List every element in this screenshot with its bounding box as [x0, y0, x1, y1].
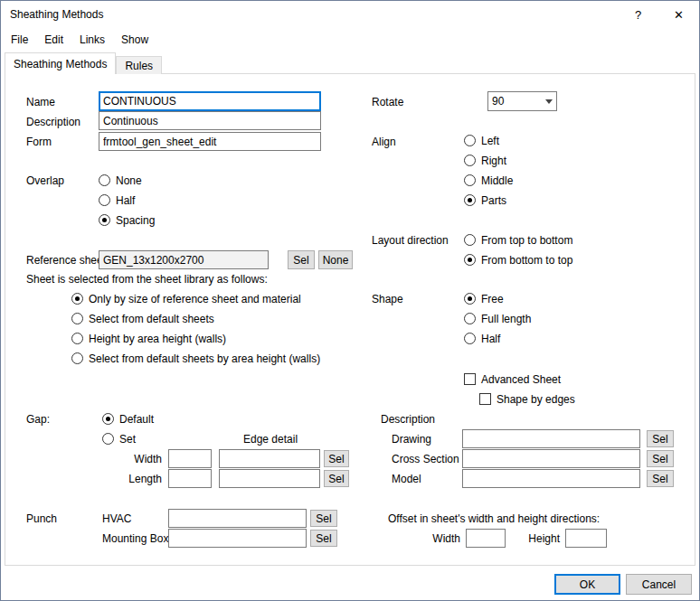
radio-label: Height by area height (walls)	[89, 333, 226, 345]
mounting-box-sel-button[interactable]: Sel	[310, 530, 337, 547]
radio-align-right[interactable]: Right	[464, 154, 506, 167]
hvac-input[interactable]	[168, 509, 307, 528]
reference-sheet-none-button[interactable]: None	[318, 250, 353, 269]
model-input[interactable]	[462, 469, 640, 488]
radio-label: Only by size of reference sheet and mate…	[89, 293, 301, 305]
model-label: Model	[392, 473, 421, 485]
cross-section-sel-button[interactable]: Sel	[647, 450, 674, 467]
cross-section-label: Cross Section	[392, 453, 459, 465]
checkbox-icon	[479, 393, 491, 405]
radio-library-reference-size[interactable]: Only by size of reference sheet and mate…	[71, 292, 301, 305]
description-label: Description	[26, 116, 80, 128]
radio-icon	[464, 234, 476, 246]
radio-icon	[464, 254, 476, 266]
radio-shape-free[interactable]: Free	[464, 292, 504, 305]
window-title: Sheathing Methods	[10, 8, 103, 21]
radio-library-default-sheets[interactable]: Select from default sheets	[71, 312, 214, 325]
radio-icon	[102, 433, 114, 445]
radio-library-default-by-area-height[interactable]: Select from default sheets by area heigh…	[71, 352, 320, 365]
description-group-label: Description	[381, 413, 435, 426]
radio-icon	[464, 313, 476, 324]
radio-shape-half[interactable]: Half	[464, 332, 500, 345]
drawing-sel-button[interactable]: Sel	[647, 430, 674, 447]
gap-width-sel-button[interactable]: Sel	[324, 450, 349, 467]
checkbox-label: Advanced Sheet	[481, 373, 561, 386]
offset-height-label: Height	[498, 532, 560, 545]
advanced-sheet-checkbox[interactable]: Advanced Sheet	[464, 372, 561, 386]
reference-sheet-input[interactable]	[99, 250, 269, 269]
rotate-select[interactable]: 90	[487, 91, 557, 111]
ok-button[interactable]: OK	[554, 574, 620, 595]
radio-overlap-spacing[interactable]: Spacing	[99, 213, 155, 227]
tab-rules[interactable]: Rules	[116, 56, 162, 74]
radio-label: None	[116, 174, 142, 187]
radio-icon	[71, 293, 83, 305]
radio-label: Right	[481, 155, 506, 167]
close-icon: ✕	[674, 8, 684, 22]
radio-align-middle[interactable]: Middle	[464, 174, 513, 187]
menu-links[interactable]: Links	[71, 30, 113, 50]
align-label: Align	[372, 136, 396, 148]
gap-length-input[interactable]	[168, 469, 212, 488]
cancel-button[interactable]: Cancel	[626, 574, 692, 595]
radio-icon	[464, 194, 476, 206]
cross-section-input[interactable]	[462, 449, 640, 468]
radio-shape-full-length[interactable]: Full length	[464, 312, 531, 325]
radio-label: Middle	[481, 174, 513, 187]
help-icon: ?	[635, 8, 641, 22]
hvac-sel-button[interactable]: Sel	[310, 510, 337, 527]
radio-icon	[464, 135, 476, 146]
radio-overlap-none[interactable]: None	[99, 174, 142, 187]
radio-align-parts[interactable]: Parts	[464, 193, 506, 207]
radio-label: Default	[119, 413, 154, 426]
gap-width-edge-detail-input[interactable]	[219, 449, 320, 468]
radio-icon	[71, 333, 83, 344]
radio-label: Half	[481, 333, 500, 345]
radio-gap-set[interactable]: Set	[102, 432, 136, 446]
description-input[interactable]	[99, 111, 321, 130]
radio-overlap-half[interactable]: Half	[99, 193, 135, 207]
sheathing-methods-dialog: Sheathing Methods ? ✕ File Edit Links Sh…	[0, 0, 700, 601]
radio-icon	[464, 333, 476, 344]
radio-align-left[interactable]: Left	[464, 134, 499, 147]
radio-layout-bottom-to-top[interactable]: From bottom to top	[464, 253, 572, 267]
gap-length-sel-button[interactable]: Sel	[324, 470, 349, 487]
title-bar: Sheathing Methods	[1, 1, 699, 28]
help-button[interactable]: ?	[618, 1, 658, 28]
radio-layout-top-to-bottom[interactable]: From top to bottom	[464, 233, 572, 247]
reference-sheet-sel-button[interactable]: Sel	[288, 250, 315, 269]
gap-length-edge-detail-input[interactable]	[219, 469, 320, 488]
radio-label: Spacing	[116, 214, 155, 227]
radio-gap-default[interactable]: Default	[102, 412, 154, 426]
radio-icon	[99, 174, 110, 186]
edge-detail-label: Edge detail	[243, 433, 298, 446]
form-input[interactable]	[99, 132, 321, 151]
offset-height-input[interactable]	[565, 529, 607, 548]
name-label: Name	[26, 96, 55, 108]
radio-label: Half	[116, 194, 135, 207]
hvac-label: HVAC	[102, 512, 131, 525]
gap-width-input[interactable]	[168, 449, 212, 468]
gap-label: Gap:	[26, 413, 50, 426]
radio-label: From top to bottom	[481, 234, 572, 247]
radio-label: Free	[481, 293, 504, 305]
menu-edit[interactable]: Edit	[36, 30, 71, 50]
radio-icon	[99, 214, 110, 226]
menu-show[interactable]: Show	[113, 30, 156, 50]
drawing-input[interactable]	[462, 429, 640, 448]
shape-by-edges-checkbox[interactable]: Shape by edges	[479, 392, 575, 406]
model-sel-button[interactable]: Sel	[647, 470, 674, 487]
offset-caption: Offset in sheet's width and height direc…	[388, 512, 600, 525]
radio-icon	[464, 155, 476, 166]
close-button[interactable]: ✕	[658, 1, 699, 28]
menu-file[interactable]: File	[3, 30, 36, 50]
radio-library-height-by-area[interactable]: Height by area height (walls)	[71, 332, 226, 345]
rotate-value: 90	[488, 95, 541, 108]
checkbox-label: Shape by edges	[497, 393, 575, 406]
drawing-label: Drawing	[392, 433, 431, 446]
rotate-label: Rotate	[372, 96, 403, 108]
mounting-box-input[interactable]	[168, 529, 307, 548]
name-input[interactable]	[99, 91, 321, 111]
tab-sheathing-methods[interactable]: Sheathing Methods	[5, 52, 116, 74]
punch-label: Punch	[26, 512, 57, 525]
